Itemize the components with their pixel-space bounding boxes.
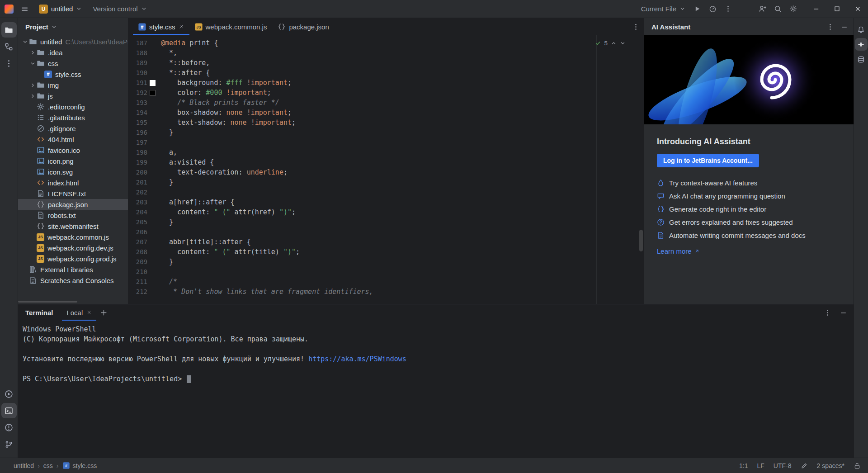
tree-item-gitignore[interactable]: .gitignore [18, 123, 128, 134]
main-menu-button[interactable] [17, 2, 32, 16]
breadcrumb-label: untitled [14, 462, 34, 469]
tree-item-gitattributes[interactable]: .gitattributes [18, 112, 128, 123]
editor-scrollbar[interactable] [639, 230, 643, 251]
maximize-button[interactable] [826, 0, 847, 18]
chevron-spacer [28, 211, 37, 219]
search-everywhere-button[interactable] [770, 2, 785, 16]
breadcrumb-style-css[interactable]: #style.css [62, 462, 97, 469]
code-editor[interactable]: 187@media print {188 *,189 *::before,190… [128, 35, 644, 304]
minimize-button[interactable] [806, 0, 826, 18]
tree-item-icon-svg[interactable]: icon.svg [18, 166, 128, 177]
commit-tool-button[interactable] [1, 39, 17, 54]
code-file-icon [37, 135, 45, 143]
minimize-icon[interactable] [840, 309, 847, 317]
settings-button[interactable] [786, 2, 800, 16]
tree-item-external-libraries[interactable]: External Libraries [18, 264, 128, 275]
json-file-icon [278, 23, 286, 30]
tree-item-package-json[interactable]: package.json [18, 199, 128, 210]
run-tool-button[interactable] [1, 386, 17, 402]
edit-mode[interactable] [801, 462, 808, 469]
tree-item-style-css[interactable]: #style.css [18, 69, 128, 80]
terminal-link[interactable]: https://aka.ms/PSWindows [308, 355, 406, 363]
project-tool-button[interactable] [1, 22, 17, 38]
line-number: 189 [128, 58, 147, 68]
notifications-icon [857, 26, 865, 33]
version-control-tool-button[interactable] [1, 436, 17, 452]
tree-item-img[interactable]: img [18, 80, 128, 90]
breadcrumb-css[interactable]: css [43, 462, 53, 469]
line-number: 187 [128, 38, 147, 48]
tab-webpack-common-js[interactable]: JSwebpack.common.js [189, 18, 273, 35]
tab-package-json[interactable]: package.json [272, 18, 334, 35]
terminal-output[interactable]: Windows PowerShell(C) Корпорация Майкрос… [18, 321, 854, 458]
run-config-selector[interactable]: Current File [637, 2, 689, 16]
learn-more-link[interactable]: Learn more [657, 247, 699, 255]
tree-item-icon-png[interactable]: icon.png [18, 156, 128, 166]
horizontal-scrollbar[interactable] [18, 301, 77, 303]
notifications-tool-button[interactable] [855, 23, 868, 36]
tree-item-index-html[interactable]: index.html [18, 177, 128, 188]
close-tab-icon[interactable] [86, 310, 92, 315]
profiler-button[interactable] [705, 2, 720, 16]
project-widget[interactable]: U untitled [35, 2, 85, 16]
tree-item-css[interactable]: css [18, 58, 128, 69]
tree-item-robots-txt[interactable]: robots.txt [18, 210, 128, 221]
ai-feature-item: Ask AI chat any programming question [657, 192, 841, 200]
kebab-menu-icon[interactable] [824, 309, 831, 317]
chevron-right-icon [28, 48, 37, 57]
close-tab-icon[interactable] [179, 24, 184, 29]
chevron-down-icon[interactable] [51, 24, 57, 30]
tree-item-js[interactable]: js [18, 90, 128, 101]
more-tool-windows-tool-button[interactable] [1, 56, 17, 71]
line-number: 190 [128, 68, 147, 78]
terminal-tab-local[interactable]: Local [62, 304, 96, 321]
minimize-icon[interactable] [840, 23, 848, 31]
code-line: 200 text-decoration: underline; [128, 167, 644, 177]
gutter [147, 98, 161, 108]
tree-item-webpack-config-dev-js[interactable]: JSwebpack.config.dev.js [18, 242, 128, 253]
run-button[interactable] [690, 2, 704, 16]
hamburger-menu-icon [21, 5, 28, 13]
gutter [147, 68, 161, 78]
tree-item-webpack-common-js[interactable]: JSwebpack.common.js [18, 232, 128, 242]
gutter [147, 118, 161, 128]
kebab-menu-icon[interactable] [826, 23, 834, 31]
indentation[interactable]: 2 spaces* [817, 462, 844, 469]
file-encoding[interactable]: UTF-8 [774, 462, 792, 469]
inspections-widget[interactable]: 5 [595, 40, 626, 47]
problems-tool-button[interactable] [1, 420, 17, 435]
ai-assistant-tool-button[interactable] [855, 38, 868, 51]
tree-item-favicon-ico[interactable]: favicon.ico [18, 145, 128, 156]
new-terminal-session-button[interactable] [96, 304, 111, 321]
chevron-up-icon[interactable] [611, 40, 617, 46]
close-button[interactable] [847, 0, 868, 18]
caret-position-label: 1:1 [739, 462, 748, 469]
breadcrumb-untitled[interactable]: untitled [14, 462, 34, 469]
external-link-icon [694, 249, 699, 254]
read-lock[interactable] [854, 462, 861, 469]
tree-item-idea[interactable]: .idea [18, 47, 128, 58]
tree-item-editorconfig[interactable]: .editorconfig [18, 101, 128, 112]
tree-item-404-html[interactable]: 404.html [18, 134, 128, 145]
version-control-menu[interactable]: Version control [89, 2, 150, 16]
more-actions-button[interactable] [721, 2, 735, 16]
gutter [147, 147, 161, 157]
gutter [147, 217, 161, 227]
code-with-me-button[interactable] [755, 2, 769, 16]
breadcrumb: untitled›css›#style.css [14, 462, 97, 469]
caret-position[interactable]: 1:1 [739, 462, 748, 469]
chevron-down-icon[interactable] [620, 40, 626, 46]
tab-options-button[interactable] [627, 18, 644, 35]
js-file-icon: JS [37, 233, 44, 241]
tab-style-css[interactable]: #style.css [133, 18, 189, 35]
tree-item-scratches-and-consoles[interactable]: Scratches and Consoles [18, 275, 128, 286]
tree-item-site-webmanifest[interactable]: site.webmanifest [18, 221, 128, 232]
database-tool-button[interactable] [855, 53, 868, 66]
tree-item-webpack-config-prod-js[interactable]: JSwebpack.config.prod.js [18, 253, 128, 264]
tree-item-untitled[interactable]: untitledC:\Users\User\IdeaPr [18, 36, 128, 47]
tree-item-license-txt[interactable]: LICENSE.txt [18, 188, 128, 199]
line-ending[interactable]: LF [757, 462, 764, 469]
login-button[interactable]: Log in to JetBrains Account... [657, 154, 759, 167]
chevron-spacer [28, 200, 37, 208]
terminal-tool-button[interactable] [1, 403, 17, 418]
